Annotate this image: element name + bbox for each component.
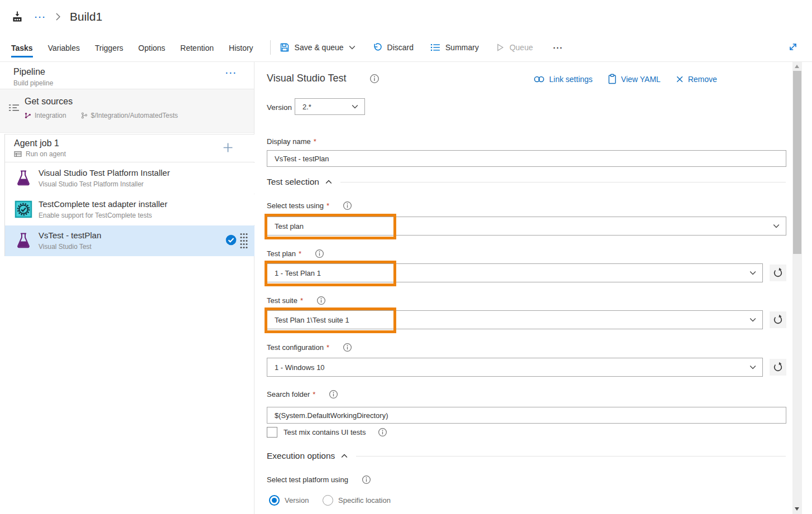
tab-options[interactable]: Options (138, 35, 165, 60)
pipeline-more-button[interactable]: ··· (225, 68, 237, 78)
test-configuration-dropdown[interactable]: 1 - Windows 10 (267, 358, 763, 377)
task-item-testcomplete-adapter[interactable]: TestComplete test adapter installer Enab… (5, 194, 254, 225)
queue-button: Queue (496, 43, 533, 52)
task-title: Visual Studio Test Platform Installer (39, 168, 170, 177)
display-name-input[interactable]: VsTest - testPlan (267, 150, 786, 167)
search-folder-input[interactable]: $(System.DefaultWorkingDirectory) (267, 407, 786, 424)
task-subtitle: Visual Studio Test (39, 243, 92, 251)
select-tests-using-value: Test plan (267, 222, 773, 230)
remove-task-button[interactable]: Remove (676, 74, 717, 84)
info-icon[interactable] (343, 343, 352, 352)
test-plan-label-row: Test plan * (267, 249, 324, 258)
section-execution-options[interactable]: Execution options (267, 451, 786, 461)
section-test-selection[interactable]: Test selection (267, 177, 786, 187)
play-icon (496, 43, 505, 52)
toolbar-more-button[interactable]: ··· (550, 42, 566, 53)
chevron-down-icon (349, 45, 355, 50)
scroll-up-arrow[interactable] (795, 65, 799, 68)
select-tests-using-dropdown[interactable]: Test plan (267, 217, 786, 236)
radio-specific-location[interactable]: Specific location (323, 495, 391, 506)
chevron-right-icon (55, 12, 61, 21)
summary-icon (430, 44, 440, 51)
chevron-up-icon (341, 454, 348, 458)
save-icon (280, 42, 290, 52)
view-yaml-button[interactable]: View YAML (608, 74, 661, 84)
task-subtitle: Enable support for TestComplete tests (39, 212, 152, 219)
fullscreen-toggle-button[interactable] (787, 41, 799, 52)
get-sources-item[interactable]: Get sources Integration $/Integration/Au… (0, 89, 254, 133)
radio-version[interactable]: Version (269, 495, 309, 506)
display-name-label-row: Display name * (267, 137, 316, 146)
refresh-test-configuration-button[interactable] (770, 359, 786, 376)
task-panel-actions: Link settings View YAML Remove (534, 74, 717, 84)
task-settings-panel: Visual Studio Test Link settings View YA… (254, 62, 792, 514)
radio-specific-location-label: Specific location (338, 496, 391, 505)
scroll-down-arrow[interactable] (795, 507, 799, 511)
info-icon[interactable] (316, 296, 326, 305)
test-configuration-label: Test configuration (267, 343, 324, 352)
tab-variables[interactable]: Variables (48, 35, 80, 60)
test-suite-value: Test Plan 1\Test suite 1 (267, 316, 749, 324)
tab-history[interactable]: History (229, 35, 253, 60)
toolbar: Save & queue Discard Summary Queue ··· (280, 42, 566, 53)
get-sources-title: Get sources (25, 97, 73, 107)
section-rule (340, 182, 786, 182)
refresh-test-suite-button[interactable] (770, 311, 786, 328)
search-folder-label: Search folder (267, 390, 310, 398)
refresh-icon (772, 314, 784, 325)
scrollbar-thumb[interactable] (793, 71, 801, 254)
link-settings-button[interactable]: Link settings (534, 74, 593, 84)
search-folder-label-row: Search folder * (267, 390, 338, 399)
test-suite-label-row: Test suite * (267, 296, 326, 305)
vertical-scrollbar[interactable] (792, 62, 802, 514)
info-icon[interactable] (329, 390, 338, 399)
chevron-down-icon (749, 318, 756, 322)
undo-icon (372, 42, 382, 52)
discard-button[interactable]: Discard (372, 42, 414, 52)
branch-path-icon (81, 112, 88, 119)
tab-tasks[interactable]: Tasks (11, 35, 33, 60)
breadcrumb-more-button[interactable]: ··· (35, 12, 46, 22)
info-icon[interactable] (378, 427, 387, 437)
info-icon[interactable] (362, 475, 371, 484)
pipeline-header: Pipeline Build pipeline ··· (0, 62, 254, 89)
info-icon[interactable] (315, 249, 324, 258)
get-sources-icon (8, 103, 20, 112)
discard-label: Discard (387, 43, 414, 52)
required-asterisk: * (314, 137, 316, 146)
info-icon[interactable] (369, 74, 379, 84)
required-asterisk: * (313, 390, 315, 398)
tab-triggers[interactable]: Triggers (95, 35, 123, 60)
test-suite-label: Test suite (267, 296, 297, 305)
refresh-icon (772, 267, 784, 278)
test-suite-dropdown[interactable]: Test Plan 1\Test suite 1 (267, 310, 763, 329)
tab-retention[interactable]: Retention (180, 35, 214, 60)
version-value: 2.* (295, 103, 352, 111)
editor-content: Pipeline Build pipeline ··· Get sources … (0, 62, 812, 514)
drag-handle-icon[interactable] (240, 233, 248, 249)
refresh-test-plan-button[interactable] (770, 265, 786, 281)
add-task-button[interactable] (223, 142, 233, 153)
required-asterisk: * (300, 296, 303, 305)
task-item-vs-test-platform-installer[interactable]: Visual Studio Test Platform Installer Vi… (5, 163, 254, 194)
display-name-value: VsTest - testPlan (267, 155, 786, 163)
refresh-icon (772, 362, 784, 373)
select-tests-using-label-row: Select tests using * (267, 201, 352, 210)
agent-job-header[interactable]: Agent job 1 Run on agent (5, 134, 254, 162)
test-mix-checkbox[interactable] (267, 427, 277, 438)
chevron-down-icon (749, 365, 756, 369)
summary-button[interactable]: Summary (430, 43, 479, 52)
task-item-vstest-testplan[interactable]: VsTest - testPlan Visual Studio Test (5, 225, 254, 256)
info-icon[interactable] (343, 201, 352, 210)
chevron-down-icon (773, 224, 780, 228)
test-mix-label: Test mix contains UI tests (284, 428, 366, 436)
save-queue-button[interactable]: Save & queue (280, 42, 355, 52)
clipboard-icon (608, 74, 617, 84)
test-plan-dropdown[interactable]: 1 - Test Plan 1 (267, 263, 763, 282)
repository-name: Integration (35, 112, 66, 119)
testcomplete-icon (15, 200, 32, 218)
get-sources-meta: Integration $/Integration/AutomatedTests (25, 112, 178, 119)
chevron-down-icon (749, 271, 756, 275)
version-dropdown[interactable]: 2.* (295, 98, 365, 115)
required-asterisk: * (326, 343, 329, 352)
